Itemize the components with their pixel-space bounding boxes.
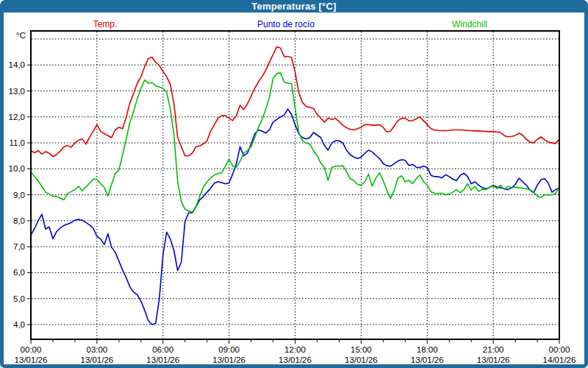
- window-border-bottom: [0, 364, 588, 368]
- legend-label-dewpoint: Punto de rocío: [257, 19, 315, 29]
- x-tick-date-label: 13/01/26: [477, 355, 510, 364]
- y-tick-label: 8,0: [13, 216, 25, 225]
- y-tick-label: 12,0: [9, 113, 25, 121]
- x-tick-time-label: 18:00: [417, 345, 438, 354]
- x-tick-date-label: 13/01/26: [411, 355, 444, 364]
- x-tick-date-label: 14/01/26: [543, 355, 576, 364]
- x-tick-time-label: 09:00: [218, 345, 240, 354]
- legend-label-temp: Temp.: [93, 19, 118, 29]
- window-border-right: [584, 13, 588, 368]
- title-bar: Temperaturas [°C]: [0, 0, 588, 13]
- x-tick-time-label: 12:00: [284, 345, 306, 354]
- window-border-left: [0, 13, 4, 368]
- x-tick-date-label: 13/01/26: [146, 355, 179, 364]
- y-axis-unit-label: °C: [16, 31, 26, 40]
- x-tick-date-label: 13/01/26: [279, 355, 312, 364]
- weather-app-window: 14,013,012,011,010,09,08,07,06,05,04,0°C…: [0, 0, 588, 368]
- x-tick-date-label: 13/01/26: [15, 355, 48, 364]
- y-tick-label: 4,0: [13, 320, 25, 329]
- y-tick-label: 11,0: [9, 138, 25, 147]
- x-tick-time-label: 03:00: [86, 345, 107, 354]
- legend-label-windchill: Windchill: [452, 19, 487, 29]
- y-tick-label: 10,0: [9, 164, 25, 173]
- x-tick-time-label: 15:00: [351, 345, 372, 354]
- x-tick-time-label: 00:00: [549, 345, 570, 354]
- y-tick-label: 9,0: [13, 191, 25, 199]
- x-tick-time-label: 06:00: [152, 345, 173, 354]
- window-title: Temperaturas [°C]: [251, 1, 336, 12]
- x-tick-date-label: 13/01/26: [80, 355, 113, 364]
- y-tick-label: 14,0: [9, 60, 25, 69]
- x-tick-time-label: 21:00: [483, 345, 504, 354]
- x-tick-date-label: 13/01/26: [345, 355, 378, 364]
- y-tick-label: 5,0: [13, 294, 25, 303]
- y-tick-label: 7,0: [13, 242, 25, 251]
- y-tick-label: 6,0: [13, 268, 25, 277]
- temperature-chart: 14,013,012,011,010,09,08,07,06,05,04,0°C…: [0, 0, 588, 368]
- x-tick-date-label: 13/01/26: [212, 355, 245, 364]
- x-tick-time-label: 00:00: [21, 345, 42, 354]
- y-tick-label: 13,0: [9, 87, 25, 96]
